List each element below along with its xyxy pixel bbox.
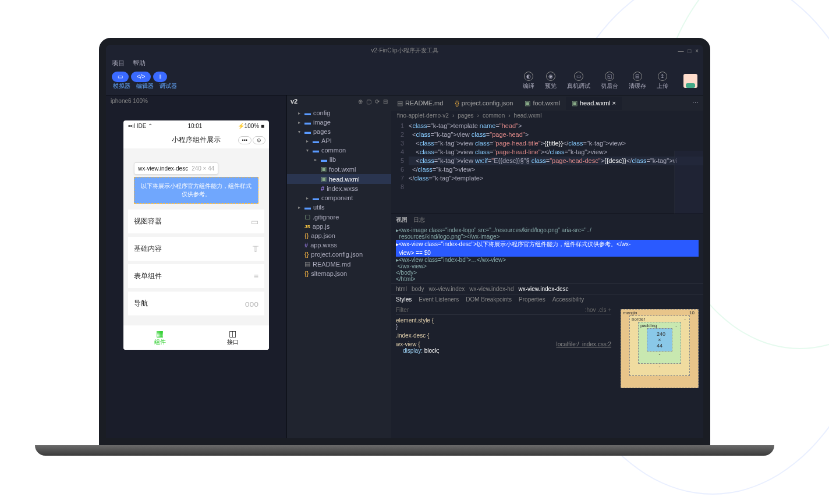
tab-api[interactable]: ◫ 接口: [196, 325, 269, 350]
devtools-tab-console[interactable]: 日志: [413, 216, 425, 224]
tab-README.md[interactable]: ▤ README.md: [391, 97, 449, 110]
file-.gitignore[interactable]: ▢.gitignore: [287, 212, 391, 222]
background-button[interactable]: ◱切后台: [601, 72, 618, 90]
menu-help[interactable]: 帮助: [133, 59, 146, 68]
file-app.json[interactable]: {}app.json: [287, 231, 391, 240]
capsule-close-icon[interactable]: ⊙: [253, 136, 265, 144]
styles-tabs: StylesEvent ListenersDOM BreakpointsProp…: [391, 294, 703, 304]
element-crumbs: htmlbodywx-view.indexwx-view.index-hdwx-…: [391, 283, 703, 294]
minimap[interactable]: [674, 151, 703, 214]
list-item[interactable]: 视图容器▭: [128, 210, 264, 233]
refresh-icon[interactable]: ⟳: [375, 98, 380, 105]
file-foot.wxml[interactable]: ▣foot.wxml: [287, 164, 391, 174]
window-title: v2-FinClip小程序开发工具: [371, 47, 438, 55]
battery-label: ⚡100% ■: [238, 123, 264, 129]
inspect-tooltip: wx-view.index-desc 240 × 44: [134, 162, 218, 175]
mode-debugger-button[interactable]: ⫴: [153, 72, 167, 82]
styles-tab-DOM Breakpoints[interactable]: DOM Breakpoints: [466, 296, 512, 303]
maximize-icon[interactable]: □: [688, 48, 691, 54]
tab-head.wxml[interactable]: ▣ head.wxml ×: [566, 97, 622, 110]
clear-cache-button[interactable]: ⊟清缓存: [629, 72, 646, 90]
list-item[interactable]: 表单组件≡: [128, 264, 264, 288]
file-project.config.json[interactable]: {}project.config.json: [287, 250, 391, 259]
file-sitemap.json[interactable]: {}sitemap.json: [287, 269, 391, 278]
box-model: margin 10 border - padding - 240 × 4: [616, 304, 703, 438]
laptop-frame: v2-FinClip小程序开发工具 — □ × 项目 帮助 ▭ </> ⫴: [99, 38, 710, 456]
folder-config[interactable]: ▸▬config: [287, 108, 391, 118]
styles-tab-Event Listeners[interactable]: Event Listeners: [419, 296, 459, 303]
ide-window: v2-FinClip小程序开发工具 — □ × 项目 帮助 ▭ </> ⫴: [106, 45, 703, 438]
time-label: 10:01: [187, 123, 202, 129]
list-item[interactable]: 导航ooo: [128, 292, 264, 315]
devtools-tab-wxml[interactable]: 视图: [396, 216, 408, 224]
collapse-icon[interactable]: ⊟: [383, 98, 388, 105]
signal-label: ••ıl IDE ⌃: [128, 123, 153, 129]
breadcrumb: fino-applet-demo-v2›pages›common›head.wx…: [391, 111, 703, 120]
toolbar: ▭ </> ⫴ 模拟器 编辑器 调试器 ◐编译 ◉预览 ▭真机调试 ◱切后台: [106, 69, 703, 95]
styles-tab-Styles[interactable]: Styles: [396, 296, 412, 303]
api-icon: ◫: [200, 329, 265, 338]
file-head.wxml[interactable]: ▣head.wxml: [287, 174, 391, 184]
box-content: 240 × 44: [647, 328, 672, 352]
minimize-icon[interactable]: —: [678, 48, 684, 54]
new-file-icon[interactable]: ⊕: [358, 98, 363, 105]
mode-sim-label: 模拟器: [113, 82, 130, 90]
folder-API[interactable]: ▸▬API: [287, 136, 391, 145]
menubar: 项目 帮助: [106, 56, 703, 69]
mode-editor-button[interactable]: </>: [131, 72, 151, 82]
folder-lib[interactable]: ▸▬lib: [287, 155, 391, 164]
list-item[interactable]: 基础内容𝕋: [128, 237, 264, 261]
file-index.wxss[interactable]: #index.wxss: [287, 184, 391, 193]
avatar[interactable]: [683, 74, 697, 88]
folder-utils[interactable]: ▸▬utils: [287, 203, 391, 212]
preview-button[interactable]: ◉预览: [545, 72, 557, 90]
file-explorer: v2 ⊕ ▢ ⟳ ⊟ ▸▬config▸▬image▾▬pages▸▬API▾▬…: [286, 95, 391, 438]
mode-editor-label: 编辑器: [136, 82, 154, 90]
highlighted-element: 以下将展示小程序官方组件能力，组件样式仅供参考。: [134, 177, 258, 204]
tooltip-size: 240 × 44: [192, 165, 214, 172]
close-icon[interactable]: ×: [695, 48, 699, 54]
hov-toggle[interactable]: :hov: [585, 307, 596, 313]
camera-dot: [403, 40, 406, 44]
cls-toggle[interactable]: .cls: [597, 307, 606, 313]
tab-project.config.json[interactable]: {} project.config.json: [449, 97, 519, 109]
editor-tabs: ▤ README.md{} project.config.json▣ foot.…: [391, 95, 703, 111]
folder-common[interactable]: ▾▬common: [287, 145, 391, 155]
folder-image[interactable]: ▸▬image: [287, 118, 391, 127]
editor-panel: ▤ README.md{} project.config.json▣ foot.…: [391, 95, 703, 438]
page-title: 小程序组件展示: [172, 135, 221, 145]
tab-foot.wxml[interactable]: ▣ foot.wxml: [519, 97, 565, 110]
styles-tab-Properties[interactable]: Properties: [519, 296, 545, 303]
project-root[interactable]: v2: [290, 98, 297, 105]
simulator-panel: iphone6 100% ••ıl IDE ⌃ 10:01 ⚡100% ■ 小程…: [106, 95, 286, 438]
tooltip-selector: wx-view.index-desc: [138, 165, 188, 172]
devtools-panel: 视图 日志 ▸<wx-image class="index-logo" src=…: [391, 214, 703, 438]
compile-button[interactable]: ◐编译: [523, 72, 534, 90]
upload-button[interactable]: ↥上传: [657, 72, 668, 90]
tab-components[interactable]: ▦ 组件: [123, 325, 196, 350]
mode-simulator-button[interactable]: ▭: [112, 72, 129, 82]
capsule-more-icon[interactable]: •••: [238, 136, 251, 144]
tabs-more-icon[interactable]: ⋯: [688, 100, 703, 107]
mode-debug-label: 调试器: [160, 82, 177, 90]
components-icon: ▦: [127, 329, 193, 338]
dom-tree[interactable]: ▸<wx-image class="index-logo" src="../re…: [391, 226, 703, 283]
code-editor[interactable]: 12345678 <class="k-tag">template name="h…: [391, 120, 703, 214]
file-app.js[interactable]: JSapp.js: [287, 222, 391, 231]
phone-preview: ••ıl IDE ⌃ 10:01 ⚡100% ■ 小程序组件展示 ••• ⊙: [123, 120, 269, 350]
folder-component[interactable]: ▸▬component: [287, 193, 391, 203]
menu-project[interactable]: 项目: [112, 59, 125, 68]
file-app.wxss[interactable]: #app.wxss: [287, 240, 391, 250]
file-README.md[interactable]: ▤README.md: [287, 259, 391, 269]
styles-tab-Accessibility[interactable]: Accessibility: [552, 296, 584, 303]
remote-debug-button[interactable]: ▭真机调试: [567, 72, 590, 90]
add-rule-icon[interactable]: +: [608, 307, 611, 313]
device-info: iphone6 100%: [106, 95, 286, 107]
window-titlebar: v2-FinClip小程序开发工具 — □ ×: [106, 45, 703, 56]
new-folder-icon[interactable]: ▢: [366, 98, 371, 105]
styles-filter[interactable]: Filter: [396, 307, 409, 313]
folder-pages[interactable]: ▾▬pages: [287, 127, 391, 136]
laptop-base: [35, 445, 774, 456]
